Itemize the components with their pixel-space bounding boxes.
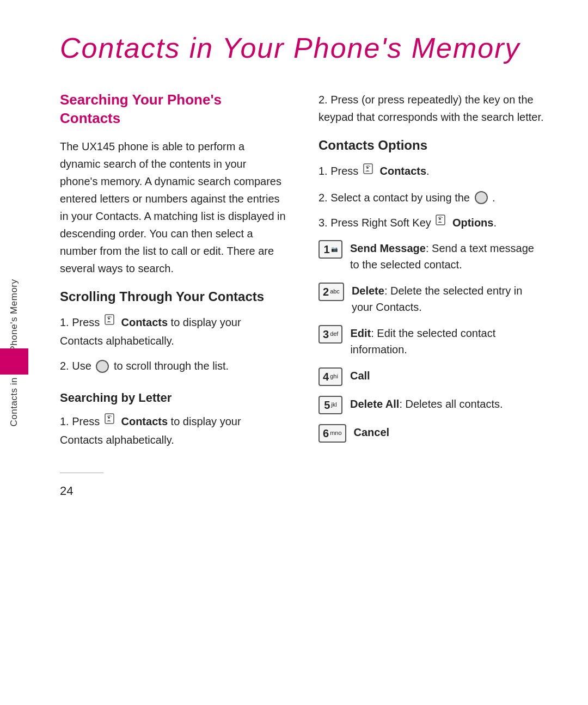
key-num-5: 5 — [324, 397, 330, 413]
key-num-6: 6 — [323, 426, 329, 441]
option-5: 5 jkl Delete All: Deletes all contacts. — [318, 396, 544, 414]
key-badge-3: 3 def — [318, 325, 342, 344]
scroll-step-2: 2. Use to scroll through the list. — [60, 357, 286, 375]
key-badge-5: 5 jkl — [318, 396, 342, 414]
options-step-2: 2. Select a contact by using the . — [318, 189, 544, 206]
option-4: 4 ghi Call — [318, 367, 544, 386]
key-badge-2: 2 abc — [318, 283, 344, 301]
key-sub-1: 📷 — [331, 246, 338, 253]
content-columns: Searching Your Phone's Contacts The UX14… — [60, 91, 544, 456]
search-letter-step-1-text: 1. Press Contacts to display your Contac… — [60, 413, 286, 449]
options-bold: Options — [452, 217, 494, 229]
option-3-text: Edit: Edit the selected contact informat… — [350, 325, 544, 358]
option-1: 1 📷 Send Message: Send a text message to… — [318, 240, 544, 273]
key-num-4: 4 — [323, 369, 329, 384]
section1-body: The UX145 phone is able to perform a dyn… — [60, 138, 286, 277]
key-sub-3: def — [330, 330, 338, 338]
scroll-step-2-text: 2. Use to scroll through the list. — [60, 357, 229, 375]
svg-rect-0 — [105, 315, 114, 324]
svg-rect-4 — [364, 164, 372, 174]
svg-point-7 — [439, 218, 441, 220]
section-heading-searching: Searching Your Phone's Contacts — [60, 91, 286, 128]
options-step-2-text: 2. Select a contact by using the . — [318, 189, 495, 206]
options-list: 1 📷 Send Message: Send a text message to… — [318, 240, 544, 443]
contacts-options-heading: Contacts Options — [318, 137, 544, 154]
option-4-text: Call — [350, 367, 544, 384]
options-step-1-text: 1. Press Contacts. — [318, 162, 430, 181]
option-3: 3 def Edit: Edit the selected contact in… — [318, 325, 544, 358]
key-sub-2: abc — [330, 287, 340, 296]
option-6: 6 mno Cancel — [318, 424, 544, 443]
option-2: 2 abc Delete: Delete the selected entry … — [318, 283, 544, 315]
option-5-text: Delete All: Deletes all contacts. — [350, 396, 544, 412]
soft-key-icon — [435, 213, 448, 231]
page-container: Contacts in Your Phone's Memory Searchin… — [0, 0, 588, 705]
option-1-text: Send Message: Send a text message to the… — [350, 240, 544, 273]
scroll-step-1-text: 1. Press Contacts to display your Contac… — [60, 314, 286, 350]
svg-point-1 — [108, 317, 110, 320]
option-3-label: Edit — [350, 327, 371, 339]
svg-rect-6 — [436, 215, 445, 225]
nav-icon-1 — [96, 360, 109, 373]
key-num-3: 3 — [323, 327, 329, 342]
key-badge-4: 4 ghi — [318, 367, 342, 386]
key-badge-6: 6 mno — [318, 424, 346, 443]
contacts-icon-1 — [104, 313, 117, 331]
option-6-label: Cancel — [354, 426, 390, 438]
page-number: 24 — [60, 484, 544, 498]
page-divider — [60, 473, 103, 473]
option-2-label: Delete — [352, 285, 384, 297]
contacts-options-heading-text: Contacts Options — [318, 138, 427, 152]
options-step-1: 1. Press Contacts. — [318, 162, 544, 181]
scrolling-heading-text: Scrolling Through Your Contacts — [60, 289, 264, 304]
key-sub-5: jkl — [331, 401, 336, 409]
section-heading-search-letter: Searching by Letter — [60, 391, 286, 405]
key-badge-1: 1 📷 — [318, 240, 342, 259]
search-letter-step-1: 1. Press Contacts to display your Contac… — [60, 413, 286, 449]
search-letter-heading-text: Searching by Letter — [60, 391, 171, 404]
options-step-3: 3. Press Right Soft Key Options. — [318, 214, 544, 232]
contacts-bold-2: Contacts — [121, 415, 168, 427]
svg-rect-2 — [105, 414, 114, 424]
key-sub-6: mno — [330, 429, 341, 437]
contacts-bold-1: Contacts — [121, 316, 168, 328]
options-step-3-text: 3. Press Right Soft Key Options. — [318, 214, 497, 232]
contacts-icon-2 — [104, 412, 117, 430]
option-6-text: Cancel — [354, 424, 544, 440]
section-heading-scrolling: Scrolling Through Your Contacts — [60, 288, 286, 305]
page-title: Contacts in Your Phone's Memory — [60, 33, 544, 64]
option-2-text: Delete: Delete the selected entry in you… — [352, 283, 544, 315]
scroll-step-1: 1. Press Contacts to display your Contac… — [60, 314, 286, 350]
nav-icon-2 — [475, 191, 488, 204]
key-num-2: 2 — [323, 284, 329, 299]
svg-point-5 — [366, 167, 369, 169]
contacts-bold-3: Contacts — [379, 165, 426, 177]
left-column: Searching Your Phone's Contacts The UX14… — [60, 91, 286, 456]
contacts-icon-3 — [363, 162, 376, 180]
key-num-1: 1 — [323, 242, 329, 257]
right-column: 2. Press (or press repeatedly) the key o… — [318, 91, 544, 456]
step2-text: 2. Press (or press repeatedly) the key o… — [318, 91, 544, 126]
option-1-label: Send Message — [350, 242, 426, 254]
key-sub-4: ghi — [330, 372, 338, 381]
option-4-label: Call — [350, 370, 370, 382]
svg-point-3 — [108, 416, 110, 419]
option-5-label: Delete All — [350, 398, 399, 410]
